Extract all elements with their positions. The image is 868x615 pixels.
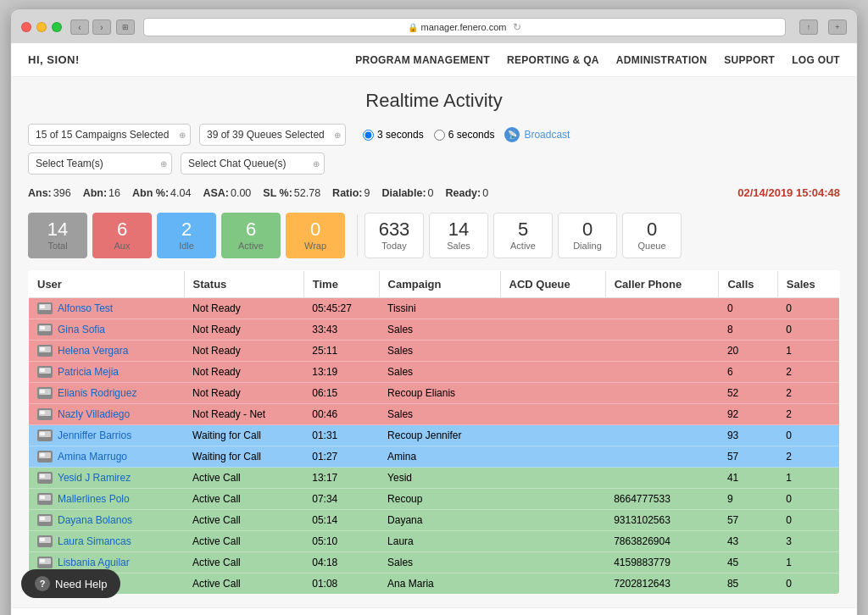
radio-3sec[interactable] <box>363 130 374 141</box>
user-link[interactable]: Laura Simancas <box>58 535 131 547</box>
cell-campaign: Laura <box>379 531 500 552</box>
user-icon <box>37 472 53 484</box>
share-button[interactable]: ↑ <box>799 19 818 35</box>
user-link[interactable]: Dayana Bolanos <box>58 514 132 526</box>
metric-idle: 2 Idle <box>157 213 216 258</box>
new-tab-button[interactable]: + <box>828 19 847 35</box>
user-link[interactable]: Mallerlines Polo <box>58 493 130 505</box>
cell-status: Active Call <box>184 489 303 510</box>
user-link[interactable]: Jenniffer Barrios <box>58 429 131 441</box>
radio-3sec-label[interactable]: 3 seconds <box>363 129 424 141</box>
cell-user: Helena Vergara <box>29 341 185 362</box>
user-icon <box>37 535 53 547</box>
cell-calls: 43 <box>719 531 777 552</box>
close-button[interactable] <box>21 22 31 32</box>
cell-status: Not Ready <box>184 298 303 319</box>
lock-icon: 🔒 <box>408 23 418 32</box>
stat-ready: Ready: 0 <box>446 187 489 199</box>
cell-time: 07:34 <box>303 489 379 510</box>
nav-administration[interactable]: ADMINISTRATION <box>616 54 707 66</box>
greeting-text: HI, SION! <box>28 53 80 66</box>
page-title: Realtime Activity <box>28 90 840 112</box>
cell-acd-queue <box>500 298 605 319</box>
cell-time: 01:31 <box>303 425 379 446</box>
cell-calls: 41 <box>719 468 777 489</box>
cell-status: Waiting for Call <box>184 425 303 446</box>
user-link[interactable]: Nazly Villadiego <box>58 408 130 420</box>
svg-rect-5 <box>40 347 45 351</box>
radio-6sec-label[interactable]: 6 seconds <box>434 129 495 141</box>
table-row: Laura Simancas Active Call 05:10 Laura 7… <box>29 531 840 552</box>
table-row: Patricia Mejia Not Ready 13:19 Sales 6 2 <box>29 362 840 383</box>
table-row: Alfonso Test Not Ready 05:45:27 Tissini … <box>29 298 840 319</box>
cell-sales: 0 <box>777 298 839 319</box>
cell-caller-phone <box>605 298 719 319</box>
cell-status: Active Call <box>184 510 303 531</box>
url-bar[interactable]: 🔒 manager.fenero.com ↻ <box>143 18 786 36</box>
reload-icon[interactable]: ↻ <box>513 21 521 33</box>
teams-select[interactable]: Select Team(s) <box>28 152 172 175</box>
table-row: Mallerlines Polo Active Call 07:34 Recou… <box>29 489 840 510</box>
cell-sales: 2 <box>777 404 839 425</box>
table-row: Yesid J Ramirez Active Call 13:17 Yesid … <box>29 468 840 489</box>
cell-acd-queue <box>500 404 605 425</box>
cell-sales: 0 <box>777 510 839 531</box>
cell-acd-queue <box>500 425 605 446</box>
table-row: Elianis Rodriguez Not Ready 06:15 Recoup… <box>29 383 840 404</box>
forward-button[interactable]: › <box>92 19 111 35</box>
stat-abn: Abn: 16 <box>83 187 120 199</box>
refresh-rate-group: 3 seconds 6 seconds 📡 Broadcast <box>363 127 570 142</box>
user-link[interactable]: Lisbania Aguilar <box>58 557 130 568</box>
cell-caller-phone: 7202812643 <box>605 573 719 595</box>
user-link[interactable]: Helena Vergara <box>58 345 128 357</box>
cell-campaign: Sales <box>379 404 500 425</box>
maximize-button[interactable] <box>52 22 62 32</box>
cell-sales: 2 <box>777 362 839 383</box>
view-mode-button[interactable]: ⊞ <box>116 19 135 35</box>
cell-campaign: Amina <box>379 446 500 468</box>
broadcast-button[interactable]: 📡 Broadcast <box>504 127 570 142</box>
cell-user: Laura Simancas <box>29 531 185 552</box>
radio-6sec[interactable] <box>434 130 445 141</box>
col-acd-queue: ACD Queue <box>500 271 605 298</box>
metric-queue: 0 Queue <box>622 213 682 258</box>
cell-user: Nazly Villadiego <box>29 404 185 425</box>
col-calls: Calls <box>719 271 777 298</box>
campaigns-select[interactable]: 15 of 15 Campaigns Selected <box>28 124 191 146</box>
cell-caller-phone: 9313102563 <box>605 510 719 531</box>
user-link[interactable]: Patricia Mejia <box>58 366 119 378</box>
user-icon <box>37 451 53 463</box>
cell-user: Yesid J Ramirez <box>29 468 185 489</box>
svg-rect-25 <box>40 559 45 562</box>
cell-sales: 1 <box>777 468 839 489</box>
cell-sales: 3 <box>777 531 839 552</box>
col-caller-phone: Caller Phone <box>605 271 719 298</box>
user-link[interactable]: Yesid J Ramirez <box>58 472 131 484</box>
metric-total: 14 Total <box>28 213 87 258</box>
cell-time: 33:43 <box>303 319 379 341</box>
top-nav: HI, SION! PROGRAM MANAGEMENT REPORTING &… <box>11 43 857 77</box>
col-sales: Sales <box>777 271 839 298</box>
table-row: Dayana Bolanos Active Call 05:14 Dayana … <box>29 510 840 531</box>
cell-status: Not Ready <box>184 362 303 383</box>
nav-support[interactable]: SUPPORT <box>724 54 775 66</box>
user-link[interactable]: Amina Marrugo <box>58 451 127 463</box>
nav-logout[interactable]: LOG OUT <box>792 54 840 66</box>
table-row: Jenniffer Barrios Waiting for Call 01:31… <box>29 425 840 446</box>
cell-user: Alfonso Test <box>29 298 185 319</box>
user-link[interactable]: Elianis Rodriguez <box>58 387 136 399</box>
need-help-button[interactable]: ? Need Help <box>21 569 120 598</box>
back-button[interactable]: ‹ <box>70 19 89 35</box>
user-link[interactable]: Gina Sofia <box>58 324 105 335</box>
cell-sales: 0 <box>777 573 839 595</box>
user-icon <box>37 493 53 505</box>
user-link[interactable]: Alfonso Test <box>58 302 113 314</box>
need-help-label: Need Help <box>55 578 107 590</box>
queues-select[interactable]: 39 of 39 Queues Selected <box>199 124 346 146</box>
agents-table: User Status Time Campaign ACD Queue Call… <box>28 270 840 595</box>
nav-reporting-qa[interactable]: REPORTING & QA <box>507 54 599 66</box>
nav-program-management[interactable]: PROGRAM MANAGEMENT <box>355 54 490 66</box>
chat-queues-select[interactable]: Select Chat Queue(s) <box>181 152 325 175</box>
minimize-button[interactable] <box>36 22 47 32</box>
cell-calls: 93 <box>719 425 777 446</box>
